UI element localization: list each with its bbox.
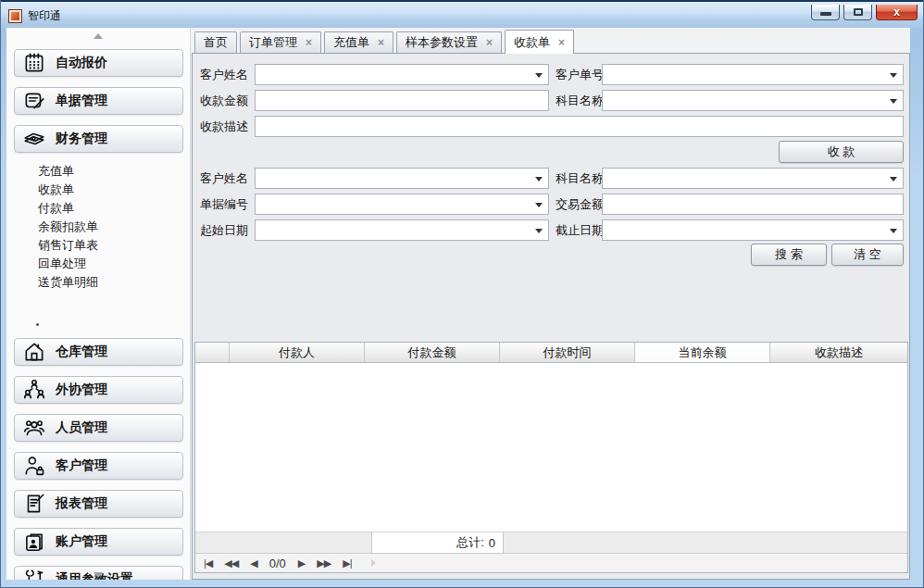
pager-fast-next-icon[interactable]: ▶▶ [317, 557, 331, 569]
pager-last-icon[interactable]: ▶| [343, 557, 351, 569]
warehouse-icon [20, 339, 48, 365]
end-date-combo[interactable] [602, 219, 904, 241]
sidebar-item-label: 单据管理 [56, 93, 107, 109]
search-subject-combo[interactable] [602, 168, 904, 189]
pager-fast-prev-icon[interactable]: ◀◀ [224, 557, 238, 569]
chevron-down-icon [890, 177, 897, 181]
grid-header-payer[interactable]: 付款人 [230, 343, 365, 362]
sidebar-scroll-down-icon[interactable] [94, 572, 103, 578]
tab-order-mgmt[interactable]: 订单管理 × [240, 31, 321, 53]
chevron-down-icon [535, 177, 543, 181]
sidebar-item-label: 报表管理 [56, 495, 107, 512]
sidebar-sub-payment[interactable]: 付款单 [38, 199, 182, 218]
sidebar-item-personnel[interactable]: 人员管理 [14, 414, 183, 442]
sidebar-sub-return-processing[interactable]: 回单处理 [38, 255, 182, 273]
sidebar-sub-sales-orders[interactable]: 销售订单表 [38, 236, 182, 255]
sidebar-item-label: 财务管理 [56, 131, 107, 147]
document-edit-icon [20, 88, 48, 114]
tab-sample-params[interactable]: 样本参数设置 × [396, 31, 502, 53]
sidebar-item-report[interactable]: 报表管理 [14, 490, 183, 518]
sidebar-item-label: 自动报价 [56, 55, 107, 71]
app-logo-icon [8, 9, 22, 23]
sidebar-sub-delivery-detail[interactable]: 送货单明细 [38, 273, 182, 292]
maximize-button[interactable] [843, 5, 872, 20]
grid-header-payment-amount[interactable]: 付款金额 [365, 343, 500, 362]
tab-bar: 首页 订单管理 × 充值单 × 样本参数设置 × 收款单 × [192, 28, 910, 53]
tab-close-icon[interactable]: × [558, 37, 565, 48]
outsourcing-icon [20, 377, 48, 403]
tab-recharge[interactable]: 充值单 × [324, 31, 393, 53]
subject-name-combo[interactable] [602, 90, 904, 111]
sidebar-item-account[interactable]: 账户管理 [14, 528, 183, 556]
total-value: 0 [489, 536, 495, 550]
sidebar-item-outsourcing[interactable]: 外协管理 [14, 376, 183, 404]
grid-header-receipt-description[interactable]: 收款描述 [770, 343, 907, 362]
receipt-amount-label: 收款金额 [200, 90, 248, 111]
sidebar-item-auto-quote[interactable]: 自动报价 [14, 49, 183, 77]
minimize-icon [820, 12, 831, 16]
search-customer-name-combo[interactable] [255, 168, 549, 189]
total-box: 总计: 0 [371, 532, 504, 554]
transaction-amount-label: 交易金额 [556, 194, 604, 215]
grid-body[interactable] [195, 363, 907, 532]
chevron-down-icon [535, 229, 543, 233]
sidebar-sub-balance-deduction[interactable]: 余额扣款单 [38, 218, 182, 236]
grid-header-current-balance[interactable]: 当前余额 [635, 343, 770, 362]
search-subject-label: 科目名称 [556, 168, 604, 189]
grid-header-row: 付款人 付款金额 付款时间 当前余额 收款描述 [195, 343, 907, 363]
sidebar-item-customer[interactable]: 客户管理 [14, 452, 183, 480]
tab-home[interactable]: 首页 [194, 31, 237, 53]
sidebar-scroll-up-icon[interactable] [94, 33, 103, 39]
tab-close-icon[interactable]: × [378, 37, 384, 48]
clear-button[interactable]: 清 空 [831, 244, 904, 266]
customer-name-combo[interactable] [255, 64, 549, 85]
titlebar: 智印通 x [1, 0, 923, 28]
sidebar-dot [36, 323, 39, 326]
pager-position: 0/0 [269, 557, 286, 570]
pager-first-icon[interactable]: |◀ [204, 557, 212, 569]
main-area: 首页 订单管理 × 充值单 × 样本参数设置 × 收款单 × [192, 28, 910, 580]
finance-submenu: 充值单 收款单 付款单 余额扣款单 销售订单表 回单处理 送货单明细 [38, 162, 182, 292]
start-date-combo[interactable] [255, 219, 549, 241]
receipt-description-label: 收款描述 [200, 116, 248, 137]
pager-next-icon[interactable]: ▶ [298, 557, 305, 569]
customer-order-combo[interactable] [602, 64, 904, 85]
sidebar-item-finance[interactable]: 财务管理 [14, 125, 183, 153]
end-date-label: 截止日期 [556, 219, 604, 241]
transaction-amount-input[interactable] [602, 194, 904, 215]
search-button[interactable]: 搜 索 [751, 244, 827, 266]
chevron-down-icon [890, 229, 897, 233]
sidebar-item-label: 账户管理 [56, 533, 107, 550]
sidebar-item-warehouse[interactable]: 仓库管理 [14, 338, 183, 366]
window-title: 智印通 [28, 8, 61, 24]
sidebar-item-label: 人员管理 [56, 419, 107, 436]
tab-label: 首页 [204, 34, 228, 51]
customer-name-label: 客户姓名 [200, 64, 248, 85]
tab-receipt[interactable]: 收款单 × [505, 30, 574, 54]
close-icon: x [893, 6, 900, 19]
payments-grid: 付款人 付款金额 付款时间 当前余额 收款描述 总计: 0 | [194, 342, 908, 573]
report-icon [20, 491, 48, 517]
sidebar: 自动报价 单据管理 财务管理 充值单 收款单 付款单 余额扣款单 销售订单表 [6, 28, 191, 580]
chevron-down-icon [535, 73, 543, 78]
receipt-description-input[interactable] [255, 116, 904, 137]
grid-header-payment-time[interactable]: 付款时间 [500, 343, 635, 362]
sidebar-sub-recharge[interactable]: 充值单 [38, 162, 182, 181]
tab-close-icon[interactable]: × [306, 37, 312, 48]
pager-prev-icon[interactable]: ◀ [250, 557, 256, 569]
document-no-combo[interactable] [255, 194, 549, 215]
sidebar-item-doc-mgmt[interactable]: 单据管理 [14, 87, 183, 115]
close-button[interactable]: x [876, 5, 918, 20]
sidebar-item-label: 外协管理 [56, 382, 107, 398]
grid-header-indicator [195, 343, 230, 362]
start-date-label: 起始日期 [200, 219, 248, 241]
receipt-amount-input[interactable] [255, 90, 549, 111]
receipt-panel: 客户姓名 客户单号 收款金额 科目名称 收款描述 收 款 客户姓名 科目名称 单… [192, 53, 910, 580]
tab-close-icon[interactable]: × [486, 37, 493, 48]
sidebar-sub-receipt[interactable]: 收款单 [38, 181, 182, 199]
grid-pager: |◀ ◀◀ ◀ 0/0 ▶ ▶▶ ▶| [195, 553, 907, 572]
account-card-icon [20, 529, 48, 555]
minimize-button[interactable] [811, 5, 840, 20]
receive-button[interactable]: 收 款 [779, 141, 904, 163]
subject-name-label: 科目名称 [556, 90, 604, 111]
